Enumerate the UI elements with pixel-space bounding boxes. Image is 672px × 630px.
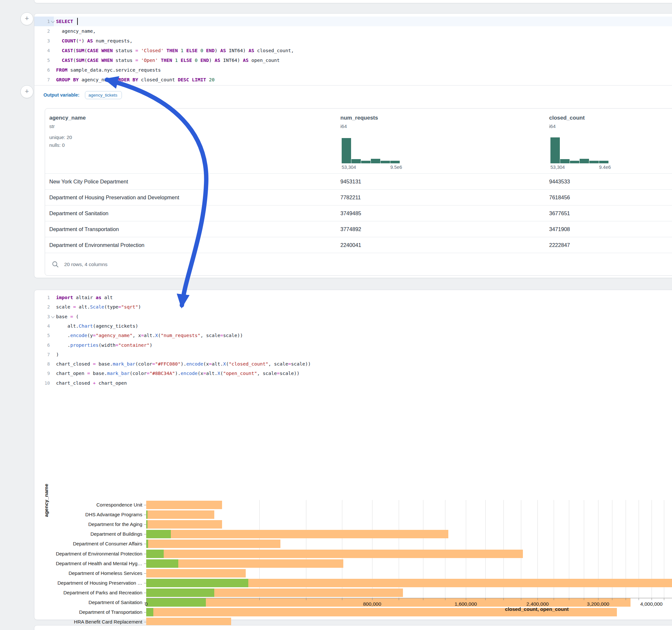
code-text: chart_closed + chart_open <box>56 379 127 388</box>
histogram-bar <box>390 161 400 163</box>
code-line: 1SELECT <box>34 17 672 26</box>
code-line: 5 CAST(SUM(CASE WHEN status = 'Open' THE… <box>34 55 672 65</box>
x-tick <box>503 598 504 600</box>
bar-open-count <box>146 598 206 607</box>
code-text: SELECT <box>56 17 73 26</box>
notebook-page: + + 1SELECT2 agency_name,3 COUNT(*) AS n… <box>0 0 672 630</box>
x-tick <box>664 598 664 600</box>
code-line: 3base = ( <box>34 312 672 321</box>
add-cell-button-2[interactable]: + <box>20 85 33 98</box>
x-tick <box>584 598 584 600</box>
search-icon[interactable] <box>52 261 59 268</box>
table-cell: 2222847 <box>549 237 570 253</box>
table-cell: New York City Police Department <box>49 174 128 190</box>
y-axis-label: HRA Benefit Card Replacement <box>34 619 142 625</box>
column-name: agency_name <box>49 115 86 121</box>
y-axis-label: Department of Sanitation <box>34 600 142 605</box>
table-cell: Department of Transportation <box>49 221 119 237</box>
bar-open-count <box>146 539 148 548</box>
x-axis-tick-label: 3,200,000 <box>587 601 609 607</box>
y-axis-label: Department of Parks and Recreation <box>34 590 142 595</box>
histogram-bar <box>361 161 370 163</box>
code-line: 7GROUP BY agency_name ORDER BY closed_co… <box>34 75 672 84</box>
x-tick <box>466 598 466 600</box>
altair-chart: Correspondence UnitDHS Advantage Program… <box>34 387 672 620</box>
dataframe-table: agency_namestrunique: 20nulls: 0num_requ… <box>45 108 672 276</box>
column-histogram <box>550 137 609 163</box>
column-name: num_requests <box>340 115 378 121</box>
bar-open-count <box>146 579 248 587</box>
y-axis-label: Department of Consumer Affairs <box>34 541 142 547</box>
x-tick <box>372 598 373 600</box>
table-cell: 9453131 <box>340 174 361 190</box>
bar-closed-count <box>146 539 281 548</box>
table-cell: 9443533 <box>549 174 570 190</box>
column-name: closed_count <box>549 115 585 121</box>
code-line: 5 .encode(y="agency_name", x=alt.X("num_… <box>34 331 672 340</box>
table-row: New York City Police Department945313194… <box>45 173 672 190</box>
y-tick <box>144 554 146 554</box>
sql-code-editor[interactable]: 1SELECT2 agency_name,3 COUNT(*) AS num_r… <box>34 14 672 85</box>
line-number: 4 <box>34 321 50 331</box>
fold-chevron-icon[interactable] <box>51 19 54 23</box>
y-tick <box>144 593 146 593</box>
table-cell: Department of Environmental Protection <box>49 237 144 253</box>
x-tick <box>598 598 598 600</box>
y-axis-label: DHS Advantage Programs <box>34 512 142 517</box>
code-line: 10chart_closed + chart_open <box>34 379 672 388</box>
bar-open-count <box>146 559 178 568</box>
previous-cell-fragment <box>34 0 672 3</box>
line-number: 6 <box>34 341 50 350</box>
x-tick <box>399 598 399 600</box>
x-axis-domain-line <box>146 598 672 598</box>
table-header: agency_namestrunique: 20nulls: 0num_requ… <box>45 108 672 173</box>
code-text: GROUP BY agency_name ORDER BY closed_cou… <box>56 75 215 84</box>
x-tick <box>537 598 538 600</box>
line-number: 9 <box>34 369 50 378</box>
line-number: 3 <box>34 312 50 321</box>
table-row: Department of Sanitation37494853677651 <box>45 205 672 221</box>
bar-closed-count <box>146 520 222 529</box>
x-tick <box>423 598 423 600</box>
y-tick <box>144 563 146 564</box>
bar-closed-count <box>146 550 523 558</box>
code-text: .properties(width="container") <box>56 341 152 350</box>
line-number: 4 <box>34 46 50 55</box>
code-text: agency_name, <box>56 26 96 36</box>
table-cell: Department of Sanitation <box>49 205 109 221</box>
row-count-label: 20 rows, 4 columns <box>64 253 107 276</box>
code-text: alt.Chart(agency_tickets) <box>56 321 138 331</box>
histogram-bar <box>342 138 351 163</box>
fold-chevron-icon[interactable] <box>51 315 54 318</box>
y-axis-label: Department of Housing Preservation … <box>34 580 142 586</box>
bar-open-count <box>146 520 147 529</box>
y-axis-label: Department of Buildings <box>34 531 142 537</box>
y-axis-label: Correspondence Unit <box>34 502 142 508</box>
histogram-max-label: 9.4e6 <box>599 165 611 170</box>
add-cell-button[interactable]: + <box>20 12 33 25</box>
histogram-bar <box>352 159 361 163</box>
bar-closed-count <box>146 569 246 578</box>
x-tick <box>626 598 626 600</box>
line-number: 1 <box>34 293 50 302</box>
y-axis-label: Department for the Aging <box>34 522 142 527</box>
code-text: scale = alt.Scale(type="sqrt") <box>56 302 141 312</box>
y-tick <box>144 534 146 534</box>
code-text: FROM sample_data.nyc.service_requests <box>56 65 161 75</box>
bar-closed-count <box>146 501 222 509</box>
x-tick <box>554 598 554 600</box>
code-text: chart_open = base.mark_bar(color="#8BC34… <box>56 369 299 378</box>
code-line: 8chart_closed = base.mark_bar(color="#FF… <box>34 359 672 369</box>
python-code-editor[interactable]: 1import altair as alt2scale = alt.Scale(… <box>34 290 672 387</box>
table-cell: 3774892 <box>340 221 361 237</box>
histogram-min-label: 53,304 <box>342 165 356 170</box>
x-tick <box>445 598 446 600</box>
code-text: CAST(SUM(CASE WHEN status = 'Closed' THE… <box>56 46 294 55</box>
y-tick <box>144 573 146 574</box>
table-footer: 20 rows, 4 columns <box>45 253 672 276</box>
bar-closed-count <box>146 530 448 538</box>
line-number: 2 <box>34 26 50 36</box>
y-axis-label: Department of Health and Mental Hyg… <box>34 561 142 566</box>
column-type: i64 <box>340 123 378 129</box>
output-variable-chip: agency_tickets <box>85 91 122 99</box>
